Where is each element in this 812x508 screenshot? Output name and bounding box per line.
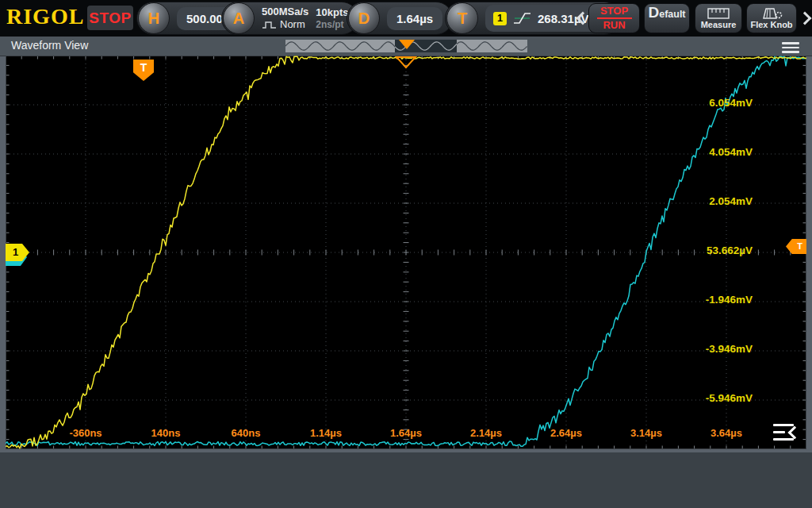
trigger-delay-marker-icon[interactable]: [395, 56, 417, 69]
run-label: RUN: [603, 20, 625, 31]
trigger-knob[interactable]: T: [446, 2, 478, 34]
memory-depth-block[interactable]: 10kpts 2ns/pt: [316, 6, 348, 30]
x-tick-label: 1.64µs: [374, 427, 438, 439]
x-tick-label: 140ns: [134, 427, 197, 439]
waveform-display-area[interactable]: T 1 T -360ns140ns640ns1.14µs1.64µs2.14µs…: [6, 56, 806, 449]
top-toolbar: RIGOL STOP H 500.00ns/ A 500MSa/s Norm 1…: [0, 0, 812, 37]
y-tick-label: 6.054mV: [709, 97, 753, 109]
y-tick-label: -3.946mV: [706, 343, 753, 355]
default-label-rest: efault: [659, 9, 685, 20]
x-tick-label: -360ns: [54, 427, 117, 439]
acquisition-knob[interactable]: A: [223, 2, 255, 34]
sample-resolution: 2ns/pt: [316, 19, 348, 30]
window-menu-icon[interactable]: [782, 42, 799, 53]
horizontal-knob[interactable]: H: [138, 2, 170, 34]
y-tick-label: 2.054mV: [709, 195, 753, 207]
measure-label: Measure: [701, 20, 737, 29]
acquisition-status[interactable]: STOP: [87, 6, 133, 30]
acquisition-group: A 500MSa/s Norm 10kpts 2ns/pt: [221, 2, 358, 35]
x-tick-label: 3.64µs: [695, 427, 758, 439]
sample-rate-block[interactable]: 500MSa/s Norm: [262, 6, 308, 30]
x-tick-label: 2.64µs: [534, 427, 598, 439]
flex-knob-label: Flex Knob: [750, 20, 792, 29]
measure-button[interactable]: Measure: [695, 3, 742, 33]
bottom-status-bar: R CH1 2.00mV/ Ω -53.66µV CH2 2.00mV/: [0, 452, 812, 508]
knob-icon: [760, 7, 783, 19]
x-tick-label: 1.14µs: [294, 427, 358, 439]
y-tick-label: -1.946mV: [706, 294, 753, 306]
memory-depth: 10kpts: [316, 6, 348, 19]
delay-knob[interactable]: D: [348, 2, 380, 34]
oscilloscope-screen: RIGOL STOP H 500.00ns/ A 500MSa/s Norm 1…: [0, 0, 812, 508]
waveform-plot: [6, 56, 806, 449]
trigger-source-badge: 1: [493, 12, 507, 25]
delay-group: D 1.64µs: [347, 2, 453, 35]
y-tick-label: 53.662µV: [707, 244, 753, 256]
delay-value[interactable]: 1.64µs: [387, 7, 442, 30]
stop-label: STOP: [600, 6, 628, 17]
toolbar-scroll-right-icon[interactable]: [799, 12, 812, 25]
acq-mode: Norm: [280, 18, 305, 31]
rising-edge-icon: [512, 10, 532, 27]
x-tick-label: 2.14µs: [454, 427, 518, 439]
ruler-icon: [707, 8, 730, 19]
flex-knob-button[interactable]: Flex Knob: [746, 3, 797, 33]
display-menu-collapse-icon[interactable]: [773, 422, 802, 443]
default-label-initial: D: [648, 4, 659, 21]
default-button[interactable]: Default: [644, 3, 690, 33]
waveform-preview-strip[interactable]: [285, 40, 527, 52]
rigol-logo: RIGOL: [6, 4, 84, 29]
y-tick-label: 4.054mV: [709, 146, 753, 158]
stop-run-button[interactable]: STOP RUN: [588, 3, 640, 33]
y-tick-label: -5.946mV: [706, 392, 753, 404]
x-tick-label: 640ns: [214, 427, 278, 439]
pulse-icon: [262, 21, 277, 29]
x-tick-label: 3.14µs: [615, 427, 678, 439]
window-title: Waveform View: [11, 39, 88, 52]
sample-rate: 500MSa/s: [262, 6, 308, 18]
